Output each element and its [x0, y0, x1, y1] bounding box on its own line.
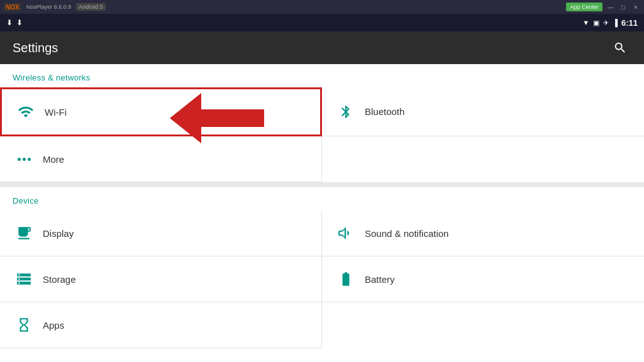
device-header: Device — [0, 187, 644, 211]
apps-item[interactable]: Apps — [0, 302, 322, 348]
download-icon-2: ⬇ — [16, 18, 23, 27]
title-bar: NOX NoxPlayer 6.6.0.8 Android 5 App Cent… — [0, 0, 644, 14]
status-bar: ⬇ ⬇ ▼ ▣ ✈ ▐ 6:11 — [0, 14, 644, 31]
storage-icon — [13, 268, 35, 290]
signal-status-icon: ▣ — [593, 19, 599, 27]
battery-item[interactable]: Battery — [322, 256, 644, 302]
bluetooth-icon — [335, 101, 357, 123]
title-bar-left: NOX NoxPlayer 6.6.0.8 Android 5 — [4, 3, 106, 11]
sound-label: Sound & notification — [365, 228, 448, 239]
storage-label: Storage — [43, 274, 76, 285]
window-restore-button[interactable]: □ — [619, 3, 628, 11]
sound-item[interactable]: Sound & notification — [322, 211, 644, 256]
nox-version: NoxPlayer 6.6.0.8 — [26, 4, 72, 10]
storage-item[interactable]: Storage — [0, 256, 322, 302]
device-grid: Display Sound & notification Storage — [0, 211, 644, 348]
wifi-icon — [14, 101, 37, 123]
wireless-grid: Wi-Fi Bluetooth — [0, 87, 644, 136]
apps-label: Apps — [43, 320, 64, 331]
more-item[interactable]: More — [0, 136, 322, 182]
display-label: Display — [43, 228, 74, 239]
search-button[interactable] — [609, 36, 631, 59]
more-icon — [13, 148, 35, 170]
window-close-button[interactable]: × — [631, 3, 640, 11]
display-icon — [13, 222, 35, 244]
wireless-networks-header: Wireless & networks — [0, 64, 644, 87]
app-center-button[interactable]: App Center — [566, 3, 602, 11]
airplane-icon: ✈ — [603, 19, 609, 27]
display-item[interactable]: Display — [0, 211, 322, 256]
window-minimize-button[interactable]: — — [606, 3, 615, 11]
battery-label: Battery — [365, 274, 395, 285]
wifi-label: Wi-Fi — [45, 107, 67, 118]
page-title: Settings — [13, 41, 58, 55]
battery-status-icon: ▐ — [613, 19, 618, 26]
settings-content: Wireless & networks Wi-Fi Bluetooth — [0, 64, 644, 362]
status-time: 6:11 — [621, 18, 638, 28]
status-icons-right: ▼ ▣ ✈ ▐ 6:11 — [582, 18, 638, 28]
status-icons-left: ⬇ ⬇ — [6, 18, 23, 27]
bluetooth-label: Bluetooth — [365, 106, 404, 117]
wifi-status-icon: ▼ — [582, 19, 589, 26]
apps-icon — [13, 314, 35, 336]
download-icon: ⬇ — [6, 18, 13, 27]
wifi-item[interactable]: Wi-Fi — [0, 87, 322, 136]
battery-icon — [335, 268, 357, 290]
search-icon — [613, 41, 627, 55]
app-bar: Settings — [0, 31, 644, 64]
sound-icon — [335, 222, 357, 244]
title-bar-right: App Center — □ × — [566, 3, 640, 11]
section-divider — [0, 182, 644, 187]
nox-logo: NOX — [4, 3, 21, 11]
bluetooth-item[interactable]: Bluetooth — [322, 87, 644, 136]
more-row: More — [0, 136, 644, 182]
more-label: More — [43, 154, 64, 165]
android-badge: Android 5 — [76, 3, 106, 11]
